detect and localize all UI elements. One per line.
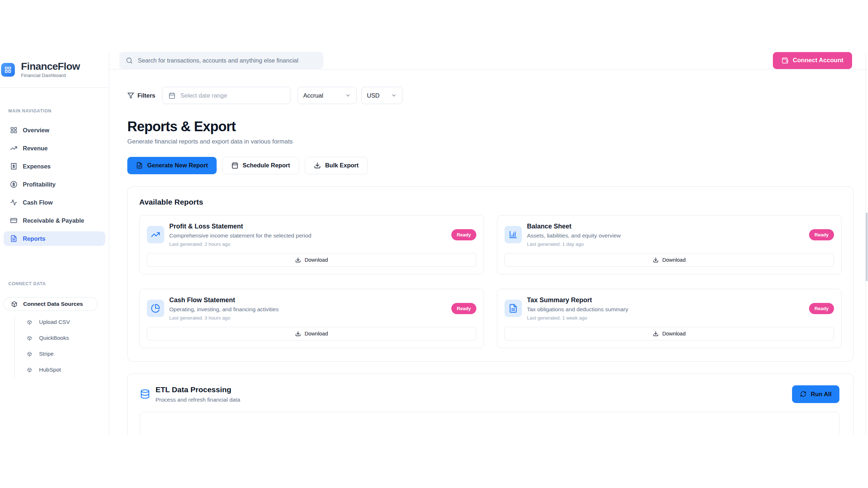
trending-up-icon bbox=[10, 145, 17, 152]
scrollbar-thumb[interactable] bbox=[866, 213, 868, 281]
activity-icon bbox=[10, 199, 17, 206]
etl-panel: ETL Data Processing Process and refresh … bbox=[127, 373, 854, 435]
bar-chart-icon bbox=[509, 230, 518, 239]
available-reports-panel: Available Reports Profit & Loss Statemen… bbox=[127, 187, 854, 361]
sidebar-item-profitability[interactable]: Profitability bbox=[4, 177, 105, 192]
report-last-generated: Last generated: 1 day ago bbox=[527, 241, 804, 247]
connect-data-section: CONNECT DATA Connect Data Sources Upload… bbox=[0, 249, 109, 378]
report-title: Profit & Loss Statement bbox=[169, 223, 446, 230]
search-input[interactable] bbox=[138, 57, 317, 64]
filters-label: Filters bbox=[127, 92, 156, 99]
search-box[interactable] bbox=[119, 52, 323, 69]
connect-data-sources-label: Connect Data Sources bbox=[23, 301, 83, 307]
report-card-tax-summary: Tax Summary Report Tax obligations and d… bbox=[497, 289, 842, 348]
sidebar-item-revenue[interactable]: Revenue bbox=[4, 141, 105, 155]
calendar-icon bbox=[169, 92, 175, 99]
generate-new-report-button[interactable]: Generate New Report bbox=[127, 157, 217, 174]
sidebar-item-label: Revenue bbox=[23, 145, 48, 152]
connect-account-button[interactable]: Connect Account bbox=[773, 52, 852, 69]
file-text-icon bbox=[10, 235, 17, 242]
etl-pipeline-card bbox=[140, 412, 839, 435]
refresh-icon bbox=[800, 391, 807, 397]
actions-row: Generate New Report Schedule Report Bulk… bbox=[127, 157, 854, 174]
report-title: Balance Sheet bbox=[527, 223, 804, 230]
brand-name: FinanceFlow bbox=[21, 61, 80, 72]
download-button[interactable]: Download bbox=[505, 327, 834, 341]
status-badge: Ready bbox=[451, 229, 476, 240]
main-area: Connect Account Filters Accrual bbox=[109, 52, 868, 435]
date-range-input[interactable] bbox=[162, 87, 290, 104]
report-description: Operating, investing, and financing acti… bbox=[169, 306, 446, 313]
report-last-generated: Last generated: 3 hours ago bbox=[169, 315, 446, 321]
scrollbar[interactable] bbox=[865, 52, 868, 435]
report-description: Assets, liabilities, and equity overview bbox=[527, 232, 804, 239]
bulk-export-button[interactable]: Bulk Export bbox=[305, 157, 368, 174]
chevron-down-icon bbox=[345, 93, 351, 98]
source-item-label: HubSpot bbox=[39, 367, 61, 373]
report-title: Cash Flow Statement bbox=[169, 296, 446, 304]
search-icon bbox=[126, 57, 133, 64]
topbar: Connect Account bbox=[109, 52, 868, 69]
file-text-icon bbox=[136, 162, 143, 169]
sidebar-item-label: Expenses bbox=[23, 163, 51, 170]
package-icon bbox=[11, 301, 17, 307]
page-title: Reports & Export bbox=[127, 119, 854, 134]
download-button[interactable]: Download bbox=[505, 253, 834, 267]
schedule-report-button[interactable]: Schedule Report bbox=[222, 157, 299, 174]
currency-value: USD bbox=[367, 92, 380, 99]
source-item-upload-csv[interactable]: Upload CSV bbox=[4, 314, 105, 330]
app-window: FinanceFlow Financial Dashboard MAIN NAV… bbox=[0, 52, 868, 435]
chevron-down-icon bbox=[391, 93, 397, 98]
report-icon-tile bbox=[505, 226, 522, 243]
package-icon bbox=[27, 368, 32, 372]
wallet-icon bbox=[782, 57, 788, 64]
connect-account-label: Connect Account bbox=[793, 57, 843, 64]
sidebar-item-label: Reports bbox=[23, 235, 45, 242]
report-card-profit-loss: Profit & Loss Statement Comprehensive in… bbox=[139, 215, 484, 274]
content: Filters Accrual USD Reports & Export Gen… bbox=[109, 69, 868, 435]
download-button[interactable]: Download bbox=[147, 253, 476, 267]
sidebar-item-expenses[interactable]: Expenses bbox=[4, 159, 105, 174]
trending-up-icon bbox=[151, 230, 160, 239]
report-last-generated: Last generated: 2 hours ago bbox=[169, 241, 446, 247]
accounting-basis-select[interactable]: Accrual bbox=[298, 87, 357, 104]
report-icon-tile bbox=[147, 300, 164, 317]
package-icon bbox=[27, 320, 32, 325]
source-item-quickbooks[interactable]: QuickBooks bbox=[4, 330, 105, 346]
sidebar-item-label: Receivable & Payable bbox=[23, 217, 84, 224]
sidebar: FinanceFlow Financial Dashboard MAIN NAV… bbox=[0, 52, 109, 435]
brand: FinanceFlow Financial Dashboard bbox=[0, 52, 109, 88]
report-description: Tax obligations and deductions summary bbox=[527, 306, 804, 313]
brand-logo bbox=[1, 63, 15, 77]
sidebar-item-label: Cash Flow bbox=[23, 199, 53, 206]
accounting-basis-value: Accrual bbox=[303, 92, 323, 99]
receipt-icon bbox=[10, 163, 17, 170]
report-icon-tile bbox=[147, 226, 164, 243]
sidebar-item-overview[interactable]: Overview bbox=[4, 123, 105, 137]
download-icon bbox=[653, 257, 659, 263]
sidebar-item-receivable-payable[interactable]: Receivable & Payable bbox=[4, 213, 105, 228]
date-range-field[interactable] bbox=[180, 92, 284, 99]
grid-icon bbox=[10, 127, 17, 134]
report-title: Tax Summary Report bbox=[527, 296, 804, 304]
source-item-hubspot[interactable]: HubSpot bbox=[4, 362, 105, 378]
source-item-label: Upload CSV bbox=[39, 319, 70, 325]
report-card-balance-sheet: Balance Sheet Assets, liabilities, and e… bbox=[497, 215, 842, 274]
reports-grid: Profit & Loss Statement Comprehensive in… bbox=[139, 215, 842, 348]
available-reports-title: Available Reports bbox=[139, 198, 842, 206]
filters-row: Filters Accrual USD bbox=[127, 87, 854, 104]
circle-dollar-icon bbox=[10, 181, 17, 188]
pie-chart-icon bbox=[151, 304, 160, 313]
main-nav-header: MAIN NAVIGATION bbox=[4, 108, 105, 114]
report-card-cash-flow: Cash Flow Statement Operating, investing… bbox=[139, 289, 484, 348]
run-all-button[interactable]: Run All bbox=[792, 385, 839, 403]
page-subtitle: Generate financial reports and export da… bbox=[127, 138, 854, 145]
download-icon bbox=[295, 257, 301, 263]
sidebar-item-reports[interactable]: Reports bbox=[4, 231, 105, 246]
sidebar-item-cash-flow[interactable]: Cash Flow bbox=[4, 195, 105, 210]
report-description: Comprehensive income statement for the s… bbox=[169, 232, 446, 239]
download-button[interactable]: Download bbox=[147, 327, 476, 341]
connect-data-sources-button[interactable]: Connect Data Sources bbox=[4, 297, 98, 311]
source-item-stripe[interactable]: Stripe bbox=[4, 346, 105, 362]
currency-select[interactable]: USD bbox=[361, 87, 403, 104]
